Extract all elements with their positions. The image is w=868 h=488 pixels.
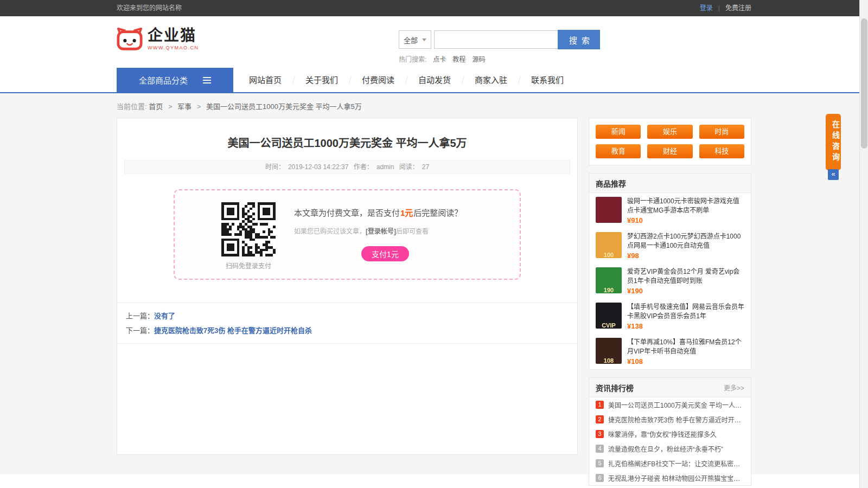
breadcrumb-home[interactable]: 首页: [149, 102, 163, 111]
product-price: ¥98: [627, 252, 744, 260]
ranking-item[interactable]: 2 捷克医院枪击致7死3伤 枪手在警方逼近时开枪...: [589, 412, 751, 427]
product-title: 【填手机号极速充值】网易云音乐会员年卡黑胶VIP会员音乐会员1年: [627, 303, 744, 321]
search-category-select[interactable]: 全部: [399, 30, 431, 49]
hot-search-link-1[interactable]: 点卡: [433, 56, 446, 63]
search-input[interactable]: [434, 30, 558, 49]
search-area: 全部 搜索 热门搜索:点卡教程源码: [399, 30, 600, 63]
product-thumbnail: 108: [596, 338, 622, 364]
nav-item-home[interactable]: 网站首页: [241, 68, 290, 92]
news-ranking: 资讯排行榜 更多>> 1 美国一公司送员工1000万美元奖金 平均一人拿... …: [589, 377, 751, 486]
topbar-divider: |: [718, 4, 720, 12]
product-item[interactable]: 190 爱奇艺VIP黄金会员12个月 爱奇艺vip会员1年卡自动充值即时到账 ¥…: [589, 264, 751, 299]
logo-name: 企业猫: [148, 28, 199, 44]
next-article-link[interactable]: 捷克医院枪击致7死3伤 枪手在警方逼近时开枪自杀: [154, 326, 312, 335]
ranking-item-text: 咪蒙消停，靠“伪女权”挣钱还能撑多久: [608, 429, 717, 439]
next-label: 下一篇：: [126, 326, 154, 335]
more-link[interactable]: 更多>>: [724, 383, 744, 392]
product-item[interactable]: 100 梦幻西游2点卡100元梦幻西游点卡1000点网易一卡通100元自动充值 …: [589, 228, 751, 264]
logo-cat-icon: [117, 27, 143, 51]
product-title: 骏网一卡通1000元卡密骏网卡游戏充值点卡通宝MG手游本店不刷单: [627, 197, 744, 215]
rank-badge: 4: [596, 445, 604, 453]
prev-next-links: 上一篇：没有了 下一篇：捷克医院枪击致7死3伤 枪手在警方逼近时开枪自杀: [117, 303, 577, 344]
product-thumbnail: CVIP: [596, 303, 622, 329]
product-thumb-text: 190: [604, 287, 614, 293]
category-button-finance[interactable]: 财经: [647, 144, 692, 158]
welcome-text: 欢迎来到您的网站名称: [117, 0, 182, 16]
nav-item-about[interactable]: 关于我们: [297, 68, 346, 92]
prev-article-link[interactable]: 没有了: [154, 312, 175, 320]
search-button[interactable]: 搜索: [558, 30, 600, 49]
paywall-question: 本文章为付费文章，是否支付1元后完整阅读？: [294, 207, 476, 220]
search-category-value: 全部: [404, 35, 418, 45]
nav-item-paid-reading[interactable]: 付费阅读: [354, 68, 403, 92]
main-nav: 全部商品分类 网站首页 关于我们 付费阅读 自动发货 商家入驻 联系我们: [0, 68, 868, 93]
ranking-item[interactable]: 5 扎克伯格阐述FB社交下一站：让交流更私密、...: [589, 456, 751, 471]
paywall-price: 1元: [400, 208, 413, 217]
header: 企业猫 WWW.QYMAO.CN 全部 搜索 热门搜索:点卡教程源码: [0, 16, 868, 68]
article-card: 美国一公司送员工1000万美元奖金 平均一人拿5万 时间：2019-12-03 …: [117, 118, 578, 455]
meta-views-label: 阅读：: [399, 163, 419, 171]
ranking-item-text: 无视乱港分子碰瓷 柏林动物园公开熊猫宝宝名字: [608, 473, 744, 483]
login-link[interactable]: 登录: [700, 4, 713, 12]
meta-views: 27: [422, 163, 429, 171]
ranking-item[interactable]: 3 咪蒙消停，靠“伪女权”挣钱还能撑多久: [589, 427, 751, 441]
meta-author-label: 作者：: [354, 163, 373, 171]
product-title: 梦幻西游2点卡100元梦幻西游点卡1000点网易一卡通100元自动充值: [627, 232, 744, 251]
nav-item-merchant[interactable]: 商家入驻: [467, 68, 515, 92]
rank-badge: 5: [596, 459, 604, 467]
rank-badge: 6: [596, 474, 604, 482]
scrollbar-track[interactable]: [859, 0, 868, 488]
ranking-item-text: 美国一公司送员工1000万美元奖金 平均一人拿...: [608, 400, 744, 409]
product-thumbnail: 100: [596, 232, 622, 258]
scrollbar-thumb[interactable]: [861, 18, 867, 149]
products-title: 商品推荐: [596, 178, 626, 189]
category-button-ent[interactable]: 娱乐: [647, 125, 692, 139]
article-meta: 时间：2019-12-03 14:22:37 作者：admin 阅读：27: [124, 160, 570, 174]
breadcrumb-separator: >: [168, 102, 173, 111]
product-price: ¥190: [627, 287, 744, 295]
all-categories-label: 全部商品分类: [139, 74, 188, 86]
pay-button[interactable]: 支付1元: [361, 246, 409, 261]
login-account-link[interactable]: [登录帐号]: [366, 228, 396, 235]
category-button-news[interactable]: 新闻: [596, 125, 641, 139]
ranking-item-text: 扎克伯格阐述FB社交下一站：让交流更私密、...: [608, 459, 744, 468]
ranking-item[interactable]: 1 美国一公司送员工1000万美元奖金 平均一人拿...: [589, 397, 751, 412]
site-logo[interactable]: 企业猫 WWW.QYMAO.CN: [117, 27, 199, 51]
product-thumb-text: CVIP: [602, 322, 616, 329]
product-title: 爱奇艺VIP黄金会员12个月 爱奇艺vip会员1年卡自动充值即时到账: [627, 267, 744, 286]
category-button-fashion[interactable]: 时尚: [699, 125, 744, 139]
register-link[interactable]: 免费注册: [725, 4, 751, 12]
ranking-item-text: 捷克医院枪击致7死3伤 枪手在警方逼近时开枪...: [608, 415, 744, 424]
collapse-button[interactable]: «: [828, 169, 839, 180]
ranking-title: 资讯排行榜: [596, 382, 634, 393]
qr-caption: 扫码免登录支付: [218, 261, 279, 270]
nav-item-contact[interactable]: 联系我们: [523, 68, 572, 92]
product-item[interactable]: 骏网一卡通1000元卡密骏网卡游戏充值点卡通宝MG手游本店不刷单 ¥910: [589, 193, 751, 228]
breadcrumb-category[interactable]: 军事: [177, 102, 192, 111]
hot-search-label: 热门搜索:: [399, 56, 426, 63]
breadcrumb-current: 美国一公司送员工1000万美元奖金 平均一人拿5万: [206, 102, 362, 111]
all-categories-button[interactable]: 全部商品分类: [117, 68, 233, 92]
category-button-edu[interactable]: 教育: [596, 144, 641, 158]
paywall-question-post: 后完整阅读？: [413, 208, 462, 217]
ranking-item[interactable]: 4 流量造假危在旦夕，粉丝经济“永垂不朽”: [589, 441, 751, 456]
qr-code: [221, 202, 276, 256]
ranking-item[interactable]: 6 无视乱港分子碰瓷 柏林动物园公开熊猫宝宝名字: [589, 471, 751, 485]
nav-item-auto-delivery[interactable]: 自动发货: [410, 68, 459, 92]
topbar: 欢迎来到您的网站名称 登录|免费注册: [0, 0, 868, 16]
breadcrumb-label: 当前位置:: [117, 102, 147, 111]
breadcrumb: 当前位置: 首页 > 军事 > 美国一公司送员工1000万美元奖金 平均一人拿5…: [117, 93, 751, 118]
category-button-tech[interactable]: 科技: [699, 144, 744, 158]
hot-search-link-3[interactable]: 源码: [472, 56, 485, 63]
product-item[interactable]: 108 【下单再减10%】喜马拉雅FM会员12个月VIP年卡听书自动充值 ¥10…: [589, 334, 751, 369]
breadcrumb-separator: >: [197, 102, 201, 111]
product-item[interactable]: CVIP 【填手机号极速充值】网易云音乐会员年卡黑胶VIP会员音乐会员1年 ¥1…: [589, 299, 751, 334]
logo-domain: WWW.QYMAO.CN: [148, 45, 199, 50]
product-thumbnail: [596, 197, 622, 223]
paywall-question-pre: 本文章为付费文章，是否支付: [294, 208, 400, 217]
hot-search-link-2[interactable]: 教程: [452, 56, 465, 63]
ranking-item-text: 流量造假危在旦夕，粉丝经济“永垂不朽”: [608, 444, 723, 453]
online-consult-tab[interactable]: 在线咨询: [826, 114, 841, 170]
meta-time: 2019-12-03 14:22:37: [288, 163, 348, 171]
rank-badge: 3: [596, 430, 604, 438]
